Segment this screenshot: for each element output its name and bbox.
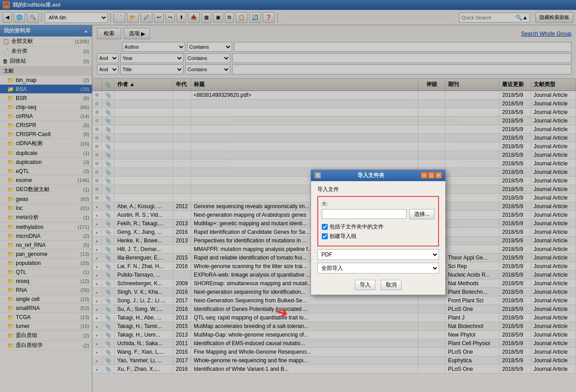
modal-sublabel: 夹: (322, 201, 434, 207)
modal-footer-btns: 导入 取消 (317, 280, 439, 290)
modal-import-section: 夹: 选择... 包括子文件夹中的文件 创建导入组 (317, 196, 439, 246)
modal-cancel-btn[interactable]: 取消 (381, 280, 402, 290)
modal-format-select[interactable]: PDF (317, 249, 439, 260)
arrow-indicator: ➜ (273, 301, 291, 323)
import-folder-modal: ? 导入文件夹 ─ □ × 导入文件 夹: 选择... 包括子文件夹中的文件 (311, 169, 446, 295)
modal-path-input[interactable] (322, 209, 407, 219)
modal-titlebar: ? 导入文件夹 ─ □ × (311, 170, 445, 181)
modal-select-btn[interactable]: 选择... (409, 209, 434, 219)
modal-input-row: 选择... (322, 209, 434, 219)
modal-body: 导入文件 夹: 选择... 包括子文件夹中的文件 创建导入组 PDF (311, 181, 445, 295)
modal-overlay: ? 导入文件夹 ─ □ × 导入文件 夹: 选择... 包括子文件夹中的文件 (0, 0, 576, 392)
modal-title: 导入文件夹 (321, 172, 421, 179)
modal-checkbox-subfolders-input[interactable] (322, 224, 328, 230)
modal-import-btn[interactable]: 导入 (355, 280, 375, 290)
modal-import-type-select[interactable]: 全部导入 (317, 263, 439, 273)
modal-checkbox-create-group-input[interactable] (322, 233, 328, 239)
modal-section-label: 导入文件 (317, 186, 439, 193)
modal-maximize-btn[interactable]: □ (428, 172, 434, 178)
modal-checkbox-subfolders[interactable]: 包括子文件夹中的文件 (322, 223, 434, 231)
modal-checkbox-create-group[interactable]: 创建导入组 (322, 232, 434, 240)
modal-minimize-btn[interactable]: ─ (421, 172, 427, 178)
modal-close-btn[interactable]: × (435, 172, 442, 178)
modal-titlebar-btns: ─ □ × (421, 172, 442, 178)
modal-help-btn[interactable]: ? (315, 172, 321, 178)
